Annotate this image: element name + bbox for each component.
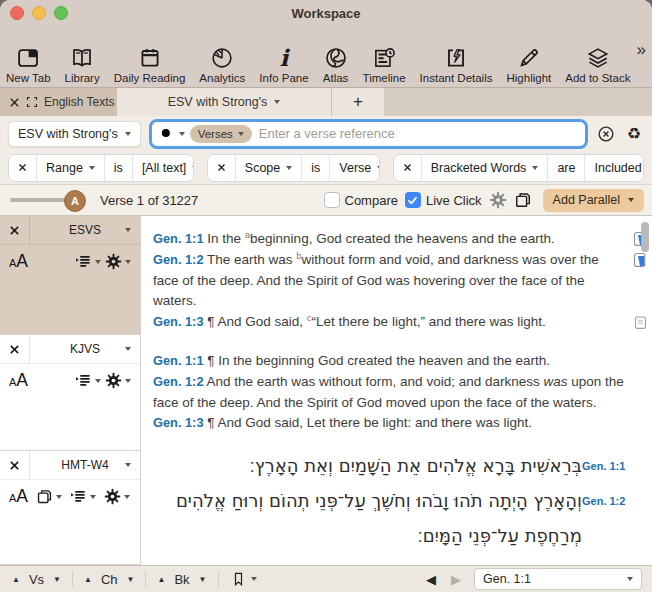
compare-label: Compare (345, 193, 398, 208)
toolbar-item-daily-reading[interactable]: Daily Reading (114, 44, 186, 84)
step-down-icon[interactable]: ▼ (199, 575, 207, 584)
search-icon (159, 126, 175, 142)
hebrew-verse-gen-1-2: Gen. 1:2וְהָאָרֶץ הָיְתָה תֹהוּ וָבֹהוּ … (153, 483, 638, 553)
step-up-icon[interactable]: ▲ (12, 575, 20, 584)
verse-gen-1-1: Gen. 1:1 In the abeginning, God created … (153, 229, 626, 250)
toolbar-item-instant-details[interactable]: Instant Details (420, 44, 493, 84)
pane-controls-sidebar: ESVSAAKJVSAAHMT-W4AA (0, 216, 141, 565)
expand-tab-icon[interactable] (26, 96, 38, 108)
filter-value-dropdown[interactable]: [All text] (132, 155, 194, 181)
verse-reference: Gen. 1:1 (153, 231, 204, 246)
tab-esv-with-strongs[interactable]: ESV with Strong's (117, 88, 332, 116)
toolbar-item-analytics[interactable]: Analytics (199, 44, 245, 84)
verses-token[interactable]: Verses (190, 125, 252, 143)
module-selector-button[interactable]: ESV with Strong's (8, 121, 141, 147)
filter-field-dropdown[interactable]: Bracketed Words (421, 155, 548, 181)
tab-dropdown-caret-icon[interactable] (274, 100, 280, 104)
toolbar-item-new-tab[interactable]: New Tab (6, 44, 51, 84)
verse-reference: Gen. 1:2 (153, 374, 204, 389)
settings-button[interactable] (105, 372, 131, 389)
pane-module-caret-icon (125, 228, 131, 232)
search-mode-button[interactable] (159, 126, 185, 142)
pane-module-name[interactable]: KJVS (30, 342, 140, 356)
add-parallel-button[interactable]: Add Parallel (543, 189, 644, 212)
toolbar-item-label: Add to Stack (565, 72, 630, 84)
font-size-control[interactable]: AA (9, 251, 28, 272)
stepper-vs: ▲Vs▼ (10, 572, 72, 587)
bookmark-menu-button[interactable] (219, 571, 269, 587)
new-tab-plus-button[interactable]: + (332, 88, 384, 116)
text-display-button[interactable] (75, 372, 101, 389)
verse-slider-handle[interactable]: A (64, 190, 86, 212)
text-display-button[interactable] (70, 488, 96, 505)
bookmark-caret-icon (251, 577, 257, 581)
live-click-checkbox[interactable] (405, 192, 421, 208)
close-tab-group-icon[interactable] (9, 97, 20, 108)
filter-group-scope: ScopeisVerse (207, 154, 380, 182)
filter-value-dropdown[interactable]: Verse (329, 155, 379, 181)
filter-field-dropdown[interactable]: Scope (235, 155, 301, 181)
compare-checkbox[interactable] (324, 192, 340, 208)
pane-module-name[interactable]: HMT-W4 (30, 458, 140, 472)
verse-slider-track[interactable] (10, 198, 70, 202)
close-pane-button[interactable] (0, 216, 30, 244)
step-down-icon[interactable]: ▼ (127, 575, 135, 584)
verse-reference: Gen. 1:3 (153, 415, 204, 430)
recycle-search-icon[interactable]: ♻ (624, 126, 644, 142)
step-up-icon[interactable]: ▲ (157, 575, 165, 584)
main-toolbar: New TabLibraryDaily ReadingAnalyticsiInf… (0, 26, 652, 88)
toolbar-item-highlight[interactable]: Highlight (506, 44, 551, 84)
toolbar-item-timeline[interactable]: Timeline (363, 44, 406, 84)
hebrew-verse-text: וְהָאָרֶץ הָיְתָה תֹהוּ וָבֹהוּ וְחֹשֶׁך… (153, 483, 582, 553)
filter-value-dropdown[interactable]: Included (584, 155, 644, 181)
remove-filter-button[interactable] (394, 155, 421, 181)
history-forward-icon[interactable]: ▶ (451, 572, 461, 587)
content-area: ESVSAAKJVSAAHMT-W4AA Gen. 1:1 In the abe… (0, 216, 652, 565)
toolbar-item-info-pane[interactable]: iInfo Pane (259, 44, 308, 84)
verse-reference-input[interactable] (257, 125, 578, 142)
verses-token-caret-icon (238, 132, 244, 136)
library-icon (69, 44, 95, 72)
add-to-stack-icon (585, 44, 611, 72)
history-back-icon[interactable]: ◀ (426, 572, 436, 587)
vertical-scrollbar[interactable] (641, 222, 649, 252)
toolbar-overflow-icon[interactable]: » (637, 40, 644, 60)
instant-details-icon (443, 44, 469, 72)
remove-filter-button[interactable] (9, 155, 36, 181)
toolbar-item-label: New Tab (6, 72, 51, 84)
italic-supplied-word: was (543, 374, 567, 389)
cross-reference-marker[interactable]: b (296, 249, 301, 260)
filter-field-dropdown[interactable]: Range (36, 155, 104, 181)
pane-module-name[interactable]: ESVS (30, 223, 140, 237)
current-reference-dropdown[interactable]: Gen. 1:1 (474, 568, 642, 590)
toolbar-item-add-to-stack[interactable]: Add to Stack (565, 44, 630, 84)
text-display-button[interactable] (75, 253, 101, 270)
note-gray-icon[interactable] (633, 314, 648, 331)
duplicate-pane-icon[interactable] (514, 191, 532, 209)
titlebar: Workspace (0, 0, 652, 26)
pages-button[interactable] (36, 488, 62, 505)
toolbar-item-library[interactable]: Library (65, 44, 100, 84)
settings-button[interactable] (104, 488, 130, 505)
settings-button[interactable] (105, 253, 131, 270)
text-display-caret-icon (90, 495, 96, 499)
display-settings-gear-icon[interactable] (489, 191, 507, 209)
kjv-text-section: Gen. 1:1 ¶ In the beginning God created … (141, 335, 652, 436)
bookmark-icon (231, 571, 246, 587)
close-pane-button[interactable] (0, 451, 30, 479)
cross-reference-marker[interactable]: a (245, 229, 250, 240)
pane-esvs: ESVSAA (0, 216, 140, 335)
font-size-control[interactable]: AA (9, 486, 28, 507)
pane-header: ESVS (0, 216, 140, 245)
step-down-icon[interactable]: ▼ (53, 575, 61, 584)
step-up-icon[interactable]: ▲ (84, 575, 92, 584)
remove-filter-button[interactable] (208, 155, 235, 181)
font-size-control[interactable]: AA (9, 370, 28, 391)
toolbar-item-atlas[interactable]: Atlas (323, 44, 349, 84)
verse-slider[interactable]: A (8, 190, 86, 210)
note-blue-icon[interactable] (633, 252, 648, 269)
search-field[interactable]: Verses (149, 119, 588, 149)
clear-search-icon[interactable] (596, 125, 616, 143)
close-pane-button[interactable] (0, 335, 30, 363)
cross-reference-marker[interactable]: c (307, 312, 312, 323)
